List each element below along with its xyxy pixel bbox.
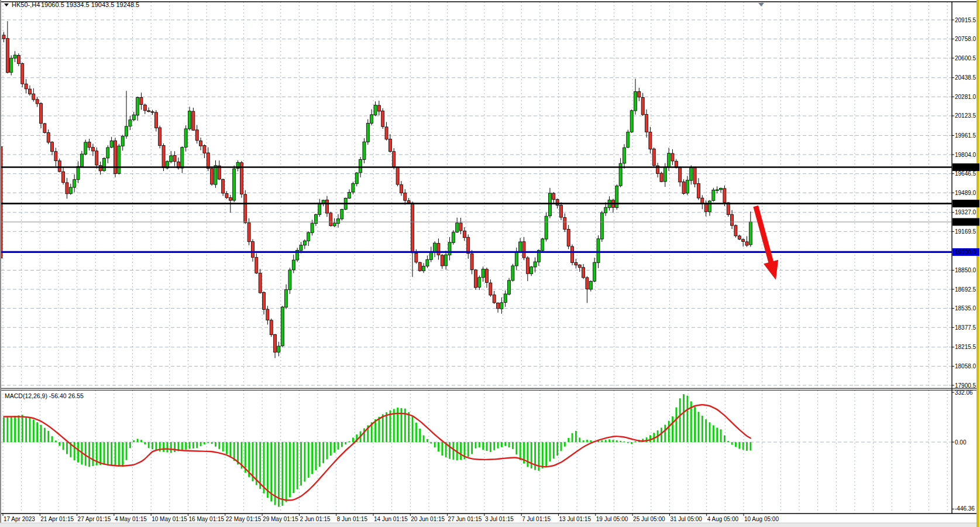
candle-bull: [534, 262, 537, 267]
macd-histogram-bar: [467, 442, 469, 457]
time-tick-label: 22 May 01:15: [226, 516, 262, 522]
macd-histogram-bar: [542, 442, 544, 468]
candle-bear: [671, 153, 674, 161]
macd-histogram-bar: [683, 394, 685, 442]
horizontal-level-lines[interactable]: [1, 167, 952, 252]
macd-histogram-bar: [508, 442, 510, 447]
macd-histogram-bar: [352, 437, 354, 442]
macd-histogram-bar: [286, 442, 287, 502]
macd-histogram-bar: [386, 412, 387, 442]
candle-bear: [404, 193, 407, 200]
macd-histogram-bar: [412, 416, 414, 442]
candle-bear: [114, 141, 117, 173]
candle-bull: [686, 180, 689, 193]
candle-bear: [723, 189, 726, 203]
time-tick-label: 16 May 01:15: [189, 516, 225, 522]
macd-histogram-bar: [561, 442, 562, 451]
candle-bear: [203, 146, 206, 153]
price-tick-label: 19646.5: [955, 170, 976, 177]
time-tick-label: 3 Jul 01:15: [485, 516, 514, 522]
macd-histogram-bar: [720, 429, 722, 442]
trend-arrow[interactable]: [756, 206, 778, 280]
macd-histogram-bar: [415, 423, 417, 442]
candle-bull: [77, 166, 80, 180]
macd-histogram-bar: [664, 425, 666, 442]
macd-histogram-bar: [504, 442, 506, 446]
price-tick-label: 18535.0: [955, 305, 976, 312]
candle-bear: [154, 112, 157, 128]
candle-bear: [649, 132, 652, 149]
macd-histogram-bar: [675, 408, 677, 442]
candle-bear: [62, 172, 65, 183]
candle-bull: [515, 252, 518, 266]
arrow-shaft[interactable]: [756, 206, 772, 267]
macd-histogram-bar: [694, 407, 696, 442]
candle-bear: [173, 155, 176, 161]
macd-histogram-bar: [724, 435, 725, 442]
macd-histogram-bar: [36, 422, 38, 442]
macd-histogram-bar: [66, 442, 68, 454]
macd-histogram-bar: [583, 440, 584, 442]
candles[interactable]: [0, 21, 752, 358]
candle-bull: [597, 239, 600, 263]
macd-histogram-bar: [545, 442, 547, 466]
candle-bull: [181, 148, 184, 168]
candle-bull: [482, 269, 484, 278]
macd-axis-zero: 0.00: [955, 439, 967, 446]
candle-bull: [589, 281, 592, 289]
candle-bull: [511, 266, 514, 280]
candle-bull: [452, 232, 455, 242]
candle-bear: [652, 149, 655, 165]
candle-bear: [2, 35, 5, 39]
macd-histogram-bar: [378, 417, 380, 442]
candle-bear: [742, 239, 745, 241]
macd-histogram-bar: [520, 442, 521, 460]
candle-bear: [211, 169, 214, 184]
candle-bull: [10, 58, 13, 73]
macd-histogram-bar: [319, 442, 321, 467]
macd-histogram-bar: [345, 442, 346, 444]
candle-bear: [441, 255, 443, 266]
candle-bear: [522, 242, 525, 258]
macd-histogram-bar: [579, 437, 580, 442]
macd-histogram-bar: [192, 442, 194, 449]
chart-canvas[interactable]: 20915.520758.020600.520438.520281.020123…: [0, 0, 980, 527]
macd-histogram-bar: [534, 442, 536, 470]
macd-histogram-bar: [229, 442, 231, 457]
macd-histogram-bar: [713, 425, 714, 442]
candle-bear: [571, 247, 574, 263]
candle-bear: [91, 148, 94, 151]
macd-histogram-bar: [531, 442, 532, 468]
macd-histogram-bar: [118, 442, 120, 467]
candle-bull: [445, 255, 448, 266]
price-tick-label: 19169.5: [955, 228, 976, 235]
arrow-head[interactable]: [764, 260, 778, 280]
symbol-dropdown-triangle-icon[interactable]: [4, 4, 9, 6]
window-right-edge-gold[interactable]: [976, 0, 979, 527]
candle-bull: [73, 180, 76, 187]
macd-histogram-bar: [226, 442, 228, 454]
macd-histogram-bar: [608, 439, 610, 442]
candle-bull: [341, 210, 343, 219]
candle-bull: [125, 126, 128, 136]
macd-histogram-bar: [22, 415, 23, 442]
macd-histogram-bar: [438, 442, 439, 451]
macd-histogram-bar: [572, 433, 573, 442]
candle-bear: [21, 64, 24, 84]
candle-bear: [704, 204, 707, 211]
macd-histogram-bar: [698, 412, 700, 442]
macd-histogram-bar: [631, 442, 632, 444]
candle-bear: [151, 112, 154, 112]
macd-histogram-bar: [25, 416, 27, 442]
time-axis: 17 Apr 202321 Apr 01:1527 Apr 01:154 May…: [3, 514, 779, 522]
candle-bull: [370, 115, 373, 124]
macd-histogram-bar: [624, 442, 625, 442]
macd-histogram-bar: [148, 442, 150, 448]
macd-histogram-bar: [452, 442, 454, 460]
macd-histogram-bar: [140, 440, 142, 442]
macd-histogram-bar: [408, 412, 410, 442]
candle-bear: [470, 254, 473, 269]
candle-bull: [627, 132, 630, 147]
quote-symbol: HK50-,H4: [12, 1, 40, 8]
macd-histogram-bar: [304, 442, 305, 482]
